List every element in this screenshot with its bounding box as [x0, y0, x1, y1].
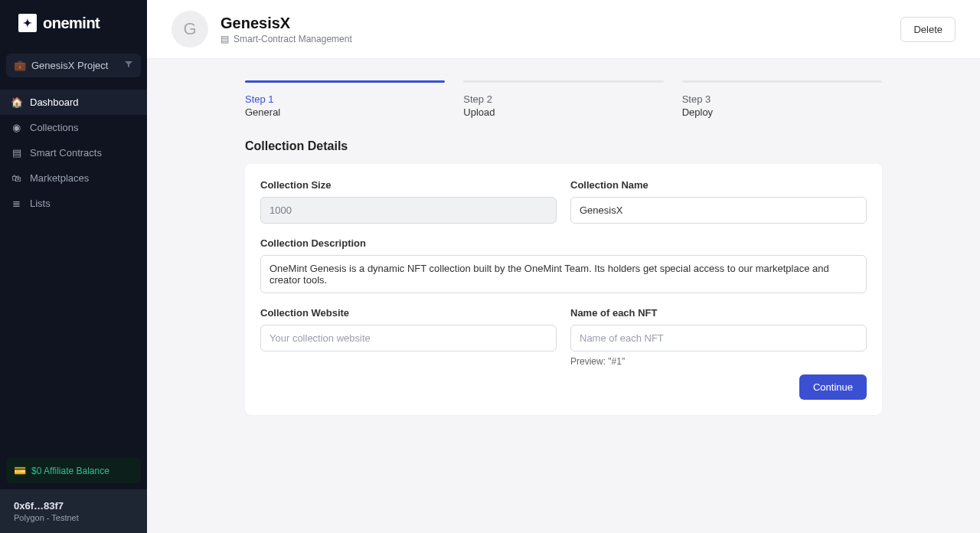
nav-items: 🏠 Dashboard ◉ Collections ▤ Smart Contra… [0, 90, 147, 452]
page-subtitle: Smart-Contract Management [234, 34, 352, 44]
page-subtitle-row: ▤ Smart-Contract Management [220, 34, 352, 44]
wallet-network: Polygon - Testnet [14, 513, 133, 522]
collections-icon: ◉ [11, 122, 22, 133]
step-label: Step 2 [463, 93, 663, 105]
nav-dashboard[interactable]: 🏠 Dashboard [0, 90, 147, 115]
page-header: G GenesisX ▤ Smart-Contract Management D… [147, 0, 980, 59]
nav-item-label: Marketplaces [30, 172, 89, 184]
nav-item-label: Dashboard [30, 96, 79, 108]
sidebar: ✦ onemint 💼 GenesisX Project 🏠 Dashboard… [0, 0, 147, 533]
delete-button[interactable]: Delete [900, 17, 956, 42]
continue-button[interactable]: Continue [799, 374, 867, 400]
lists-icon: ≣ [11, 198, 22, 209]
nft-name-input[interactable] [570, 325, 867, 352]
step-label: Step 3 [682, 93, 882, 105]
nftname-label: Name of each NFT [570, 307, 867, 319]
contracts-icon: ▤ [11, 147, 22, 159]
nav-marketplaces[interactable]: 🛍 Marketplaces [0, 165, 147, 191]
briefcase-icon: 💼 [14, 60, 25, 71]
nav-collections[interactable]: ◉ Collections [0, 115, 147, 140]
step-bar [682, 80, 882, 83]
nav-item-label: Collections [30, 122, 79, 133]
desc-label: Collection Description [260, 237, 867, 249]
affiliate-balance[interactable]: 💳 $0 Affiliate Balance [6, 458, 141, 483]
step-deploy[interactable]: Step 3 Deploy [682, 80, 882, 118]
nav-smart-contracts[interactable]: ▤ Smart Contracts [0, 140, 147, 165]
main: G GenesisX ▤ Smart-Contract Management D… [147, 0, 980, 533]
collection-size-input[interactable] [260, 197, 557, 224]
website-label: Collection Website [260, 307, 557, 319]
step-bar [463, 80, 663, 83]
project-selector[interactable]: 💼 GenesisX Project [6, 54, 141, 77]
collection-website-input[interactable] [260, 325, 557, 352]
section-title: Collection Details [245, 139, 882, 153]
step-bar [245, 80, 445, 83]
wallet-address: 0x6f…83f7 [14, 500, 133, 512]
project-selector-label: GenesisX Project [31, 60, 108, 71]
preview-hint: Preview: "#1" [570, 356, 867, 367]
step-general[interactable]: Step 1 General [245, 80, 445, 118]
content: Step 1 General Step 2 Upload Step 3 Depl… [147, 59, 980, 533]
step-name: Deploy [682, 106, 882, 118]
form-card: Collection Size Collection Name Collecti… [245, 164, 882, 415]
page-title: GenesisX [220, 15, 352, 32]
size-label: Collection Size [260, 179, 557, 191]
contract-icon: ▤ [220, 34, 229, 44]
filter-icon [124, 60, 133, 71]
affiliate-label: $0 Affiliate Balance [31, 466, 109, 476]
collection-name-input[interactable] [570, 197, 867, 224]
collection-avatar: G [172, 11, 208, 47]
collection-description-input[interactable] [260, 255, 867, 293]
name-label: Collection Name [570, 179, 867, 191]
step-name: General [245, 106, 445, 118]
home-icon: 🏠 [11, 96, 22, 108]
step-name: Upload [463, 106, 663, 118]
brand-logo[interactable]: ✦ onemint [0, 0, 147, 46]
nav-item-label: Smart Contracts [30, 147, 102, 159]
brand-name: onemint [43, 15, 100, 32]
nav-item-label: Lists [30, 198, 51, 209]
affiliate-icon: 💳 [14, 465, 25, 476]
step-label: Step 1 [245, 93, 445, 105]
marketplaces-icon: 🛍 [11, 172, 22, 184]
step-upload[interactable]: Step 2 Upload [463, 80, 663, 118]
nav-lists[interactable]: ≣ Lists [0, 191, 147, 216]
steps: Step 1 General Step 2 Upload Step 3 Depl… [245, 80, 882, 118]
wallet-info[interactable]: 0x6f…83f7 Polygon - Testnet [0, 489, 147, 533]
brand-logo-icon: ✦ [18, 14, 37, 32]
